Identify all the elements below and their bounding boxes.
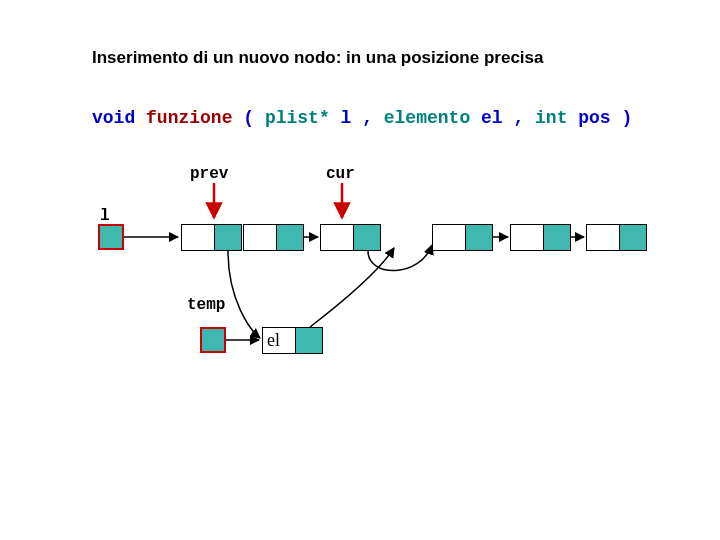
- node-4-data: [510, 224, 544, 251]
- arrows-overlay: [0, 0, 720, 540]
- function-signature: void funzione ( plist* l , elemento el ,…: [92, 108, 632, 128]
- node-5-ptr: [620, 224, 647, 251]
- type-int: int: [535, 108, 567, 128]
- node-0-ptr: [215, 224, 242, 251]
- type-plist: plist*: [265, 108, 330, 128]
- node-5-data: [586, 224, 620, 251]
- arrow-prev-to-new: [228, 251, 260, 338]
- label-prev: prev: [190, 165, 228, 183]
- paren-close: ): [621, 108, 632, 128]
- comma-2: ,: [513, 108, 524, 128]
- label-l: l: [100, 207, 110, 225]
- node-2-ptr: [354, 224, 381, 251]
- node-0: [181, 224, 242, 251]
- param-l: l: [341, 108, 352, 128]
- node-1: [243, 224, 304, 251]
- node-4: [510, 224, 571, 251]
- arrow-new-to-cur: [310, 248, 394, 327]
- head-temp: [200, 327, 226, 353]
- node-1-data: [243, 224, 277, 251]
- node-new-ptr: [296, 327, 323, 354]
- label-el-inside: el: [263, 327, 297, 354]
- diagram-title: Inserimento di un nuovo nodo: in una pos…: [92, 48, 543, 68]
- node-3-data: [432, 224, 466, 251]
- node-2-data: [320, 224, 354, 251]
- node-5: [586, 224, 647, 251]
- paren-open: (: [243, 108, 254, 128]
- node-1-ptr: [277, 224, 304, 251]
- comma-1: ,: [362, 108, 373, 128]
- fn-name: funzione: [146, 108, 232, 128]
- label-temp: temp: [187, 296, 225, 314]
- type-elemento: elemento: [384, 108, 470, 128]
- node-4-ptr: [544, 224, 571, 251]
- node-2: [320, 224, 381, 251]
- kw-void: void: [92, 108, 135, 128]
- head-l: [98, 224, 124, 250]
- node-3-ptr: [466, 224, 493, 251]
- node-3: [432, 224, 493, 251]
- param-el: el: [481, 108, 503, 128]
- param-pos: pos: [578, 108, 610, 128]
- label-cur: cur: [326, 165, 355, 183]
- node-0-data: [181, 224, 215, 251]
